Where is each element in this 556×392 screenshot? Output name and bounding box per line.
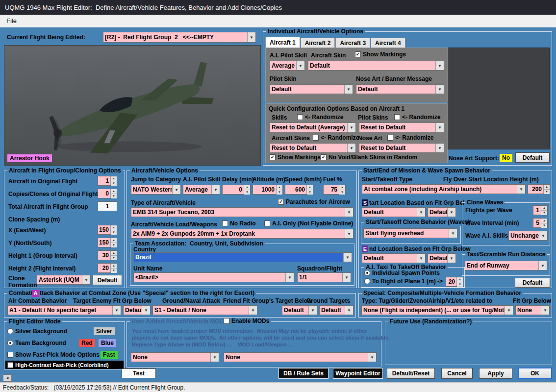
spinner-up-icon[interactable]: ▲ bbox=[541, 206, 547, 210]
menu-file[interactable]: File bbox=[0, 17, 23, 24]
fuel-spinner[interactable]: 75 ▲▼ bbox=[323, 185, 346, 195]
spinner-down-icon[interactable]: ▼ bbox=[541, 223, 547, 228]
end-location-select[interactable]: Default▼ bbox=[362, 253, 426, 263]
ground-naval-select[interactable]: S1 - Default / None▼ bbox=[152, 305, 257, 315]
cancel-button[interactable]: Cancel bbox=[441, 368, 473, 379]
spinner-up-icon[interactable]: ▲ bbox=[111, 176, 117, 181]
target-enemy-select[interactable]: Defaul▼ bbox=[123, 305, 151, 315]
nose-art-select[interactable]: Default▼ bbox=[356, 84, 444, 94]
spinner-down-icon[interactable]: ▼ bbox=[111, 230, 117, 235]
spinner-up-icon[interactable]: ▲ bbox=[111, 189, 117, 194]
tab-aircraft-3[interactable]: Aircraft 3 bbox=[335, 38, 370, 48]
original-flight-spinner[interactable]: 1 ▲▼ bbox=[98, 176, 117, 186]
spinner-up-icon[interactable]: ▲ bbox=[111, 264, 117, 268]
start-type-select[interactable]: At combat zone (including Airship launch… bbox=[362, 184, 526, 194]
spinner-up-icon[interactable]: ▲ bbox=[541, 219, 547, 223]
waypoint-editor-button[interactable]: Waypoint Editor bbox=[333, 368, 383, 379]
fly-height-spinner[interactable]: 200 ▲▼ bbox=[528, 184, 550, 194]
spinner-down-icon[interactable]: ▼ bbox=[277, 190, 282, 195]
unit-name-select[interactable]: <Brazil>▼ bbox=[133, 272, 294, 282]
taxi-run-select[interactable]: End of Runway▼ bbox=[465, 261, 547, 270]
spinner-up-icon[interactable]: ▲ bbox=[457, 277, 463, 282]
ok-button[interactable]: OK bbox=[518, 368, 552, 379]
team-background-radio[interactable]: Team Background bbox=[7, 340, 66, 346]
height2-spinner[interactable]: 20 ▲▼ bbox=[98, 263, 117, 273]
skills-randomize-checkbox[interactable]: <- Randomize bbox=[297, 114, 343, 121]
altitude-spinner[interactable]: 1000 ▲▼ bbox=[253, 185, 283, 195]
formation-type-select[interactable]: None (Flight is independent) (... or use… bbox=[361, 305, 513, 315]
mod-type-select[interactable]: None▼ bbox=[131, 352, 219, 362]
clone-behavior-select[interactable]: Start flying overhead▼ bbox=[363, 228, 457, 238]
aircraft-skins-randomize-checkbox[interactable]: <- Randomize bbox=[313, 134, 359, 141]
scroll-left-button[interactable]: ◄ bbox=[3, 374, 12, 382]
enable-mods-checkbox[interactable]: Enable MODs bbox=[222, 318, 271, 324]
ai-only-checkbox[interactable]: A.I. Only (Not Flyable Online) bbox=[264, 220, 353, 227]
speed-spinner[interactable]: 600 ▲▼ bbox=[285, 185, 313, 195]
silver-background-radio[interactable]: Silver Background bbox=[7, 328, 67, 335]
flights-per-wave-spinner[interactable]: 1 ▲▼ bbox=[533, 205, 548, 215]
y-spacing-spinner[interactable]: 150 ▲▼ bbox=[98, 238, 117, 247]
spinner-down-icon[interactable]: ▼ bbox=[111, 194, 117, 198]
spinner-down-icon[interactable]: ▼ bbox=[307, 190, 313, 195]
right-of-plane-spinner[interactable]: 20 ▲▼ bbox=[446, 277, 463, 287]
load-weapons-select[interactable]: 2x AIM9 + 2x Gunpods 20mm + 1x Droptank▼ bbox=[131, 229, 354, 239]
spinner-down-icon[interactable]: ▼ bbox=[111, 243, 117, 247]
aircraft-skins-reset-select[interactable]: Reset to Default▼ bbox=[270, 143, 356, 153]
spinner-down-icon[interactable]: ▼ bbox=[339, 190, 345, 195]
spinner-down-icon[interactable]: ▼ bbox=[541, 210, 547, 215]
spinner-up-icon[interactable]: ▲ bbox=[111, 225, 117, 230]
x-spacing-spinner[interactable]: 150 ▲▼ bbox=[98, 225, 117, 235]
spinner-up-icon[interactable]: ▲ bbox=[307, 185, 313, 190]
no-void-skins-checkbox[interactable]: No Void/Blank Skins in Random bbox=[321, 154, 417, 161]
skills-reset-select[interactable]: Reset to Default (Average)▼ bbox=[270, 122, 356, 132]
current-flight-select[interactable]: [R2] - Red Flight Group 2 <<--EMPTY ▼ bbox=[103, 32, 256, 43]
air-combat-select[interactable]: A1 - Default / No specific target▼ bbox=[7, 305, 121, 315]
test-button[interactable]: Test bbox=[122, 368, 156, 378]
aircraft-type-select[interactable]: EMB 314 Super Tucano, 2003▼ bbox=[131, 207, 354, 217]
tab-aircraft-2[interactable]: Aircraft 2 bbox=[301, 38, 335, 48]
spinner-up-icon[interactable]: ▲ bbox=[244, 185, 250, 190]
individual-spawn-radio[interactable]: Individual Spawn Points bbox=[364, 270, 440, 276]
show-markings-checkbox[interactable]: Show Markings bbox=[355, 51, 406, 58]
parachutes-checkbox[interactable]: Parachutes for Aircrew bbox=[278, 198, 350, 205]
default-reset-button[interactable]: Default/Reset bbox=[387, 368, 435, 379]
squadron-select[interactable]: 1/1▼ bbox=[297, 272, 351, 282]
spinner-up-icon[interactable]: ▲ bbox=[277, 185, 282, 190]
formation-default-button[interactable]: Default bbox=[93, 275, 122, 285]
spawn-default-button[interactable]: Default bbox=[515, 278, 550, 288]
clone-formation-select[interactable]: Asterisk (UQM▼ bbox=[37, 275, 91, 285]
right-of-plane-radio[interactable]: To Right of Plane 1 (m) -> bbox=[364, 278, 443, 285]
spinner-down-icon[interactable]: ▼ bbox=[544, 189, 550, 194]
tab-aircraft-1[interactable]: Aircraft 1 bbox=[265, 37, 300, 48]
wave-interval-spinner[interactable]: 5 ▲▼ bbox=[533, 218, 548, 228]
spinner-down-icon[interactable]: ▼ bbox=[244, 190, 250, 195]
aircraft-skin-select[interactable]: Default▼ bbox=[308, 61, 444, 71]
ground-targets-select[interactable]: Default▼ bbox=[319, 305, 354, 315]
nose-art-default-button[interactable]: Default bbox=[515, 152, 550, 163]
mod-load-select[interactable]: None▼ bbox=[224, 352, 377, 362]
spinner-up-icon[interactable]: ▲ bbox=[544, 185, 550, 189]
pilot-skill-select[interactable]: Average▼ bbox=[183, 185, 220, 195]
start-location-alt-select[interactable]: Defaul▼ bbox=[428, 207, 456, 217]
formation-flt-select[interactable]: None▼ bbox=[515, 305, 550, 315]
tab-aircraft-4[interactable]: Aircraft 4 bbox=[371, 38, 405, 48]
jump-category-select[interactable]: NATO Western▼ bbox=[131, 185, 181, 195]
no-radio-checkbox[interactable]: No Radio bbox=[222, 220, 256, 227]
wave-skills-select[interactable]: Unchange▼ bbox=[508, 231, 548, 241]
friend-target-select[interactable]: Default▼ bbox=[282, 305, 317, 315]
country-select[interactable]: Brazil▼ bbox=[133, 252, 352, 262]
quick-show-markings-checkbox[interactable]: Show Markings bbox=[270, 154, 321, 161]
pilot-skins-randomize-checkbox[interactable]: <- Randomize bbox=[394, 114, 440, 121]
nose-art-reset-select[interactable]: Reset to Default▼ bbox=[359, 143, 444, 153]
copies-spinner[interactable]: 0 ▲▼ bbox=[98, 189, 117, 198]
fast-pick-checkbox[interactable]: Show Fast-Pick Mode Options bbox=[7, 351, 100, 358]
nose-art-randomize-checkbox[interactable]: <- Randomize bbox=[387, 134, 433, 141]
spinner-up-icon[interactable]: ▲ bbox=[111, 238, 117, 243]
spinner-up-icon[interactable]: ▲ bbox=[111, 251, 117, 255]
spinner-up-icon[interactable]: ▲ bbox=[339, 185, 345, 190]
spinner-down-icon[interactable]: ▼ bbox=[111, 181, 117, 186]
high-contrast-checkbox[interactable]: High-Contrast Fast-Pick (Colorblind) bbox=[5, 361, 124, 369]
start-location-select[interactable]: Default▼ bbox=[362, 207, 426, 217]
db-rule-sets-button[interactable]: DB / Rule Sets bbox=[278, 368, 329, 379]
ai-pilot-skill-select[interactable]: Average▼ bbox=[270, 61, 305, 71]
